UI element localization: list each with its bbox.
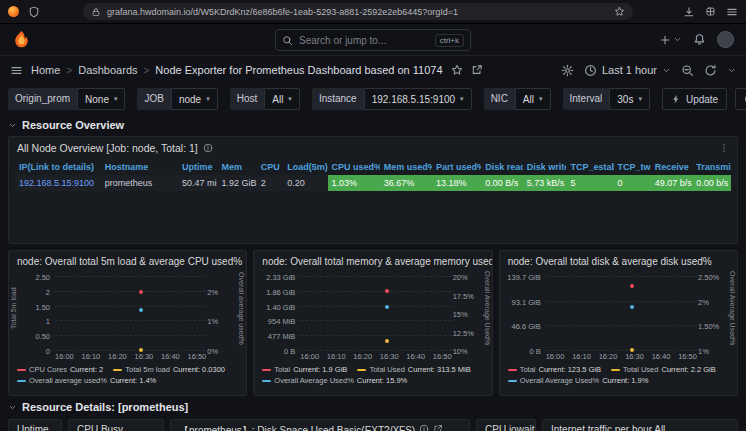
cell-part-used: 13.18% bbox=[432, 175, 481, 191]
chart-panel-disk: node: Overall total disk & average disk … bbox=[499, 250, 738, 396]
update-button[interactable]: Update bbox=[662, 88, 727, 110]
panel-uptime[interactable]: Uptime bbox=[8, 419, 62, 431]
cell-ip-link-to-details[interactable]: 192.168.5.15:9100 bbox=[15, 175, 101, 191]
panel-header[interactable]: All Node Overview [Job: node, Total: 1] bbox=[9, 137, 737, 159]
x-axis-tick: 16:50 bbox=[678, 352, 697, 361]
column-header-tcp-tw[interactable]: TCP_tw bbox=[614, 159, 651, 175]
bell-icon[interactable] bbox=[693, 33, 706, 46]
column-header-ip-link-to-details[interactable]: IP(Link to details) bbox=[15, 159, 101, 175]
legend-item-overall-average-used[interactable]: Overall Average Used%Current: 1.9% bbox=[508, 375, 649, 386]
legend-series-name: Total Used bbox=[623, 364, 658, 375]
legend-item-overall-average-used[interactable]: Overall Average Used%Current: 15.9% bbox=[262, 375, 407, 386]
github-button[interactable]: GitHub bbox=[735, 88, 746, 110]
download-icon[interactable] bbox=[683, 6, 695, 18]
variable-job[interactable]: JOBnode▾ bbox=[137, 88, 217, 110]
section-resource-overview[interactable]: Resource Overview bbox=[0, 116, 746, 134]
lightning-icon bbox=[671, 94, 681, 104]
browser-menu-icon[interactable] bbox=[726, 6, 738, 18]
column-header-mem-used[interactable]: Mem used% bbox=[380, 159, 432, 175]
variable-instance[interactable]: Instance192.168.5.15:9100▾ bbox=[312, 88, 472, 110]
variable-value-dropdown[interactable]: All▾ bbox=[264, 88, 300, 110]
column-header-receive[interactable]: Receive bbox=[651, 159, 692, 175]
legend-item-total[interactable]: TotalCurrent: 1.9 GiB bbox=[262, 364, 347, 375]
zoom-out-icon[interactable] bbox=[681, 64, 694, 77]
plot-area[interactable] bbox=[55, 277, 206, 351]
panel-header[interactable]: node: Overall total 5m load & average CP… bbox=[9, 251, 246, 271]
search-placeholder: Search or jump to... bbox=[299, 35, 429, 46]
refresh-icon[interactable] bbox=[704, 64, 717, 77]
star-icon[interactable] bbox=[451, 64, 463, 76]
chart-panel-memory: node: Overall total memory & average mem… bbox=[253, 250, 492, 396]
url-text: grafana.hwdomain.io/d/W5KDrdKnz/6e86b6fe… bbox=[107, 7, 608, 17]
panel-header[interactable]: node: Overall total memory & average mem… bbox=[254, 251, 491, 271]
refresh-interval-chevron-icon[interactable] bbox=[727, 66, 736, 75]
search-box[interactable]: Search or jump to... ctrl+k bbox=[275, 29, 471, 51]
variable-value: node bbox=[179, 94, 201, 105]
column-header-cpu[interactable]: CPU bbox=[257, 159, 283, 175]
variable-value-dropdown[interactable]: 30s▾ bbox=[609, 88, 650, 110]
dashboard-title[interactable]: Node Exporter for Prometheus Dashboard b… bbox=[155, 64, 442, 76]
panel-cpu-busy[interactable]: CPU Busy bbox=[68, 419, 164, 431]
legend-item-total-used[interactable]: Total UsedCurrent: 313.5 MiB bbox=[357, 364, 470, 375]
column-header-hostname[interactable]: Hostname bbox=[101, 159, 178, 175]
column-header-disk-write[interactable]: Disk write bbox=[523, 159, 567, 175]
column-header-part-used[interactable]: Part used% bbox=[432, 159, 481, 175]
link-icon[interactable] bbox=[433, 424, 443, 431]
shield-icon[interactable] bbox=[28, 6, 40, 18]
dashboard-toolbar: Home > Dashboards > Node Exporter for Pr… bbox=[0, 56, 746, 84]
grafana-top-nav: Search or jump to... ctrl+k bbox=[0, 24, 746, 56]
column-header-transmit[interactable]: Transmit bbox=[692, 159, 731, 175]
bookmark-star-icon[interactable] bbox=[614, 6, 625, 17]
variable-value-dropdown[interactable]: node▾ bbox=[171, 88, 218, 110]
user-avatar[interactable] bbox=[717, 31, 734, 48]
mega-menu-icon[interactable] bbox=[10, 64, 23, 77]
gear-icon[interactable] bbox=[561, 64, 574, 77]
variable-host[interactable]: HostAll▾ bbox=[230, 88, 300, 110]
legend-item-total-used[interactable]: Total UsedCurrent: 2.2 GiB bbox=[611, 364, 716, 375]
column-header-disk-read[interactable]: Disk read bbox=[481, 159, 522, 175]
left-ticks: 0 B477 MiB954 MiB1.40 GiB1.86 GiB2.33 Gi… bbox=[265, 277, 298, 351]
variable-value-dropdown[interactable]: 192.168.5.15:9100▾ bbox=[364, 88, 472, 110]
x-axis-tick: 16:10 bbox=[327, 352, 346, 361]
y-axis-tick: 1% bbox=[698, 347, 709, 356]
plot-area[interactable] bbox=[546, 277, 697, 351]
section-resource-details[interactable]: Resource Details: [prometheus] bbox=[0, 398, 746, 416]
legend-item-total[interactable]: TotalCurrent: 123.5 GiB bbox=[508, 364, 601, 375]
variable-value-dropdown[interactable]: All▾ bbox=[515, 88, 551, 110]
variable-value-dropdown[interactable]: None▾ bbox=[77, 88, 125, 110]
breadcrumb-dashboards[interactable]: Dashboards bbox=[78, 64, 137, 76]
chevron-down-icon: ▾ bbox=[206, 95, 210, 103]
legend: TotalCurrent: 123.5 GiBTotal UsedCurrent… bbox=[500, 361, 737, 386]
time-range-picker[interactable]: Last 1 hour bbox=[584, 64, 671, 77]
variable-nic[interactable]: NICAll▾ bbox=[484, 88, 551, 110]
legend-item-cpu-cores[interactable]: CPU CoresCurrent: 2 bbox=[17, 364, 103, 375]
column-header-mem[interactable]: Mem bbox=[217, 159, 256, 175]
add-menu-button[interactable] bbox=[659, 34, 682, 46]
y-axis-tick: 46.6 GiB bbox=[511, 322, 540, 331]
panel-header[interactable]: node: Overall total disk & average disk … bbox=[500, 251, 737, 271]
share-icon[interactable] bbox=[471, 64, 483, 76]
plot-area[interactable] bbox=[300, 277, 451, 351]
section-title: Resource Details: [prometheus] bbox=[22, 401, 188, 413]
extensions-icon[interactable] bbox=[705, 6, 716, 17]
panel-internet-traffic[interactable]: Internet traffic per hour All bbox=[542, 419, 738, 431]
legend-series-name: Total Used bbox=[369, 364, 404, 375]
panel-menu-icon[interactable] bbox=[719, 143, 729, 153]
x-axis-tick: 16:50 bbox=[188, 352, 207, 361]
variable-origin-prom[interactable]: Origin_promNone▾ bbox=[8, 88, 125, 110]
x-axis-tick: 16:00 bbox=[300, 352, 319, 361]
column-header-uptime[interactable]: Uptime bbox=[178, 159, 217, 175]
info-icon[interactable] bbox=[419, 424, 429, 431]
column-header-cpu-used[interactable]: CPU used% bbox=[328, 159, 380, 175]
panel-cpu-iowait[interactable]: CPU iowait bbox=[476, 419, 536, 431]
column-header-tcp-estab[interactable]: TCP_estab bbox=[566, 159, 613, 175]
url-bar[interactable]: grafana.hwdomain.io/d/W5KDrdKnz/6e86b6fe… bbox=[83, 3, 633, 20]
grafana-logo-icon[interactable] bbox=[12, 30, 31, 49]
legend-item-total-5m-load[interactable]: Total 5m loadCurrent: 0.0300 bbox=[113, 364, 225, 375]
column-header-load-5m[interactable]: Load(5m) bbox=[283, 159, 327, 175]
panel-disk-space-used[interactable]: 【prometheus】: Disk Space Used Basic(EXT?… bbox=[170, 419, 470, 431]
breadcrumb-home[interactable]: Home bbox=[31, 64, 60, 76]
variable-interval[interactable]: Interval30s▾ bbox=[563, 88, 650, 110]
legend-item-overall-average-used[interactable]: Overall average used%Current: 1.4% bbox=[17, 375, 156, 386]
info-icon[interactable] bbox=[203, 143, 213, 153]
